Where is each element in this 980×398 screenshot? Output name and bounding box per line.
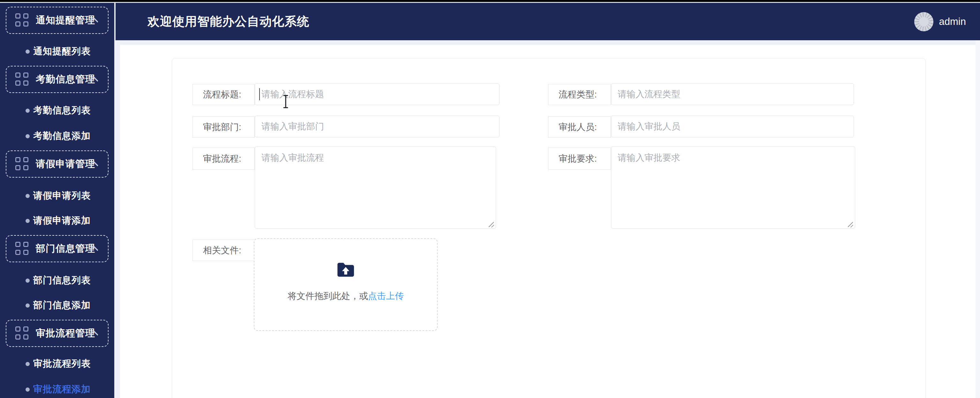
grid-icon (15, 13, 29, 27)
grid-icon (15, 242, 29, 256)
grid-icon (15, 326, 29, 341)
field-label-approval-process: 审批流程: (192, 148, 255, 170)
process-title-input[interactable] (255, 83, 500, 105)
bullet-icon (25, 49, 30, 54)
page-title: 欢迎使用智能办公自动化系统 (148, 3, 309, 40)
bullet-icon (25, 194, 30, 198)
approval-process-textarea[interactable] (255, 146, 496, 229)
approval-require-textarea[interactable] (611, 146, 855, 229)
approval-personnel-input[interactable] (611, 116, 854, 137)
bullet-icon (25, 387, 30, 392)
sidebar: 通知提醒管理 通知提醒列表 考勤信息管理 考勤信息列表 考勤信息添加 请假申请管… (0, 2, 116, 398)
field-label-approval-department: 审批部门: (192, 116, 255, 138)
sidebar-group-label: 部门信息管理 (36, 242, 95, 255)
sidebar-item-approval-add[interactable]: 审批流程添加 (0, 377, 114, 398)
sidebar-item-department-add[interactable]: 部门信息添加 (0, 293, 114, 318)
sidebar-item-attendance-list[interactable]: 考勤信息列表 (0, 98, 114, 123)
sidebar-item-notification-list[interactable]: 通知提醒列表 (0, 39, 114, 64)
content-left-gap (116, 40, 120, 398)
bullet-icon (25, 108, 30, 113)
scrollbar-gutter[interactable] (975, 40, 980, 398)
username-label: admin (939, 16, 966, 27)
top-header: 欢迎使用智能办公自动化系统 admin (116, 3, 980, 40)
content-top-gap (116, 40, 980, 45)
grid-icon (15, 157, 29, 171)
sidebar-group-label: 请假申请管理 (36, 158, 95, 170)
sidebar-group-attendance[interactable]: 考勤信息管理 (6, 66, 108, 93)
approval-department-input[interactable] (255, 116, 500, 137)
sidebar-group-label: 通知提醒管理 (36, 14, 95, 27)
sidebar-group-approval[interactable]: 审批流程管理 (6, 320, 108, 347)
sidebar-item-attendance-add[interactable]: 考勤信息添加 (0, 123, 114, 149)
sidebar-item-leave-add[interactable]: 请假申请添加 (0, 208, 114, 234)
user-avatar[interactable] (914, 12, 933, 31)
text-caret (259, 88, 260, 100)
field-label-process-title: 流程标题: (192, 84, 255, 105)
app-root: { "header": { "title": "欢迎使用智能办公自动化系统", … (0, 0, 980, 398)
sidebar-group-label: 审批流程管理 (36, 327, 95, 340)
field-label-approval-personnel: 审批人员: (548, 116, 611, 138)
sidebar-group-notification[interactable]: 通知提醒管理 (6, 7, 108, 34)
field-label-related-files: 相关文件: (192, 240, 255, 261)
sidebar-group-department[interactable]: 部门信息管理 (6, 235, 108, 262)
sidebar-item-department-list[interactable]: 部门信息列表 (0, 267, 114, 293)
user-menu[interactable]: admin (914, 3, 966, 40)
upload-folder-icon (336, 259, 356, 279)
field-label-process-type: 流程类型: (548, 84, 611, 105)
bullet-icon (25, 279, 30, 283)
sidebar-item-approval-list[interactable]: 审批流程列表 (0, 351, 114, 377)
bullet-icon (25, 362, 30, 366)
upload-hint: 将文件拖到此处，或点击上传 (288, 290, 404, 302)
bullet-icon (25, 134, 30, 138)
bullet-icon (25, 304, 30, 307)
sidebar-group-leave[interactable]: 请假申请管理 (6, 150, 108, 178)
sidebar-group-label: 考勤信息管理 (36, 73, 95, 86)
grid-icon (15, 73, 29, 87)
window-top-divider (0, 2, 980, 3)
bullet-icon (25, 219, 30, 223)
upload-drag-text: 将文件拖到此处，或 (288, 291, 368, 301)
field-label-approval-require: 审批要求: (548, 148, 611, 170)
sidebar-item-leave-list[interactable]: 请假申请列表 (0, 183, 114, 209)
upload-click-link[interactable]: 点击上传 (368, 291, 404, 301)
process-type-input[interactable] (611, 83, 854, 105)
file-upload-dropzone[interactable]: 将文件拖到此处，或点击上传 (254, 238, 438, 331)
